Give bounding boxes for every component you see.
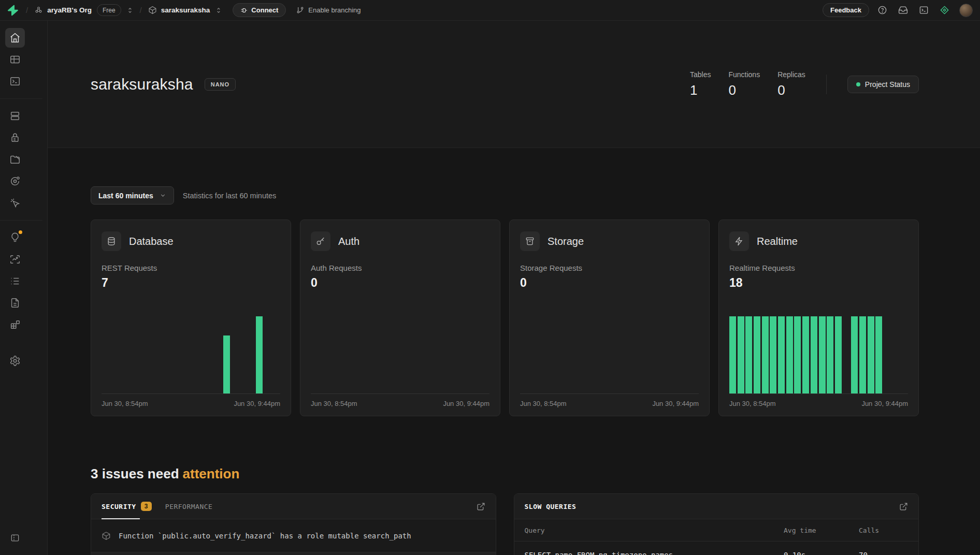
stat-label: Tables — [690, 70, 711, 79]
time-range-dropdown[interactable]: Last 60 minutes — [91, 186, 174, 205]
card-title: Auth — [338, 236, 359, 247]
stat-label: Functions — [728, 70, 760, 79]
sidebar-item-storage[interactable] — [5, 150, 25, 169]
server-stack-icon — [9, 110, 21, 122]
stat-label: Replicas — [777, 70, 805, 79]
sidebar-item-realtime[interactable] — [5, 193, 25, 213]
slow-query-row[interactable]: SELECT name FROM pg_timezone_names 0.10s… — [514, 542, 919, 555]
chart-start-time: Jun 30, 8:54pm — [311, 400, 357, 407]
breadcrumb-separator: / — [25, 6, 29, 14]
org-selector-chevrons-icon[interactable] — [126, 7, 134, 14]
project-status-label: Project Status — [865, 80, 910, 89]
chart-bar — [802, 316, 809, 393]
page-title: saraksuraksha — [91, 76, 193, 93]
chart-bar — [745, 316, 752, 393]
statistics-description: Statistics for last 60 minutes — [183, 192, 277, 200]
chart-bar — [851, 316, 858, 393]
sidebar-item-table-editor[interactable] — [5, 50, 25, 69]
storage-card[interactable]: Storage Storage Requests 0 Jun 30, 8:54p… — [509, 220, 710, 416]
card-title: Storage — [547, 236, 584, 247]
ai-assistant-icon[interactable] — [936, 3, 952, 18]
metric-label: Auth Requests — [311, 264, 489, 272]
stat-value: 0 — [777, 82, 805, 98]
project-name: saraksuraksha — [161, 6, 210, 14]
breadcrumb-project[interactable]: saraksuraksha — [148, 6, 210, 14]
compute-size-badge[interactable]: NANO — [205, 78, 236, 91]
sidebar-item-authentication[interactable] — [5, 128, 25, 148]
terminal-icon[interactable] — [916, 3, 931, 18]
help-icon[interactable] — [874, 3, 890, 18]
sidebar-item-logs[interactable] — [5, 271, 25, 291]
sidebar-item-home[interactable] — [5, 28, 25, 48]
chart-bar — [256, 316, 263, 393]
supabase-logo[interactable] — [7, 5, 19, 16]
project-status-button[interactable]: Project Status — [847, 76, 919, 93]
feedback-button[interactable]: Feedback — [823, 3, 869, 17]
security-issue-row[interactable]: Function `public.auto_verify_hazard` has… — [91, 519, 496, 552]
database-card[interactable]: Database REST Requests 7 Jun 30, 8:54pm … — [91, 220, 291, 416]
sidebar-item-api-docs[interactable] — [5, 293, 25, 313]
time-range-label: Last 60 minutes — [98, 192, 153, 200]
next-issue-row-partial[interactable] — [91, 552, 496, 555]
breadcrumb-separator: / — [139, 6, 143, 14]
column-header-calls: Calls — [859, 527, 908, 534]
chevron-down-icon — [160, 192, 166, 199]
gear-icon — [9, 355, 21, 367]
document-icon — [9, 297, 21, 309]
collapse-sidebar-icon — [10, 533, 20, 543]
sidebar-item-sql-editor[interactable] — [5, 71, 25, 91]
issues-heading-highlight: attention — [183, 466, 240, 481]
card-title: Realtime — [757, 236, 798, 247]
connect-button[interactable]: Connect — [233, 3, 286, 17]
chart-bar — [762, 316, 769, 393]
lock-icon — [9, 132, 21, 143]
chart-bar — [729, 316, 736, 393]
collapse-sidebar-button[interactable] — [5, 528, 25, 548]
chart-bar — [794, 316, 801, 393]
project-selector-chevrons-icon[interactable] — [215, 7, 222, 14]
stat-value: 1 — [690, 82, 711, 98]
sidebar-item-database[interactable] — [5, 106, 25, 126]
chart-bar — [819, 316, 826, 393]
table-icon — [9, 54, 21, 65]
chart-bar — [811, 316, 817, 393]
tab-performance-label: PERFORMANCE — [165, 503, 213, 510]
query-avg-time: 0.10s — [784, 551, 859, 555]
chart-end-time: Jun 30, 9:44pm — [861, 400, 908, 407]
realtime-card[interactable]: Realtime Realtime Requests 18 Jun 30, 8:… — [718, 220, 919, 416]
stat-tables[interactable]: Tables 1 — [690, 70, 711, 98]
security-issue-text: Function `public.auto_verify_hazard` has… — [119, 532, 411, 540]
chart-end-time: Jun 30, 9:44pm — [443, 400, 489, 407]
database-activity-chart — [102, 316, 280, 394]
sidebar-item-integrations[interactable] — [5, 315, 25, 334]
auth-card[interactable]: Auth Auth Requests 0 Jun 30, 8:54pm Jun … — [300, 220, 500, 416]
auth-activity-chart — [311, 316, 489, 394]
connect-plug-icon — [240, 7, 248, 14]
sidebar-item-edge-functions[interactable] — [5, 171, 25, 191]
sidebar-item-project-settings[interactable] — [5, 351, 25, 371]
enable-branching-button[interactable]: Enable branching — [296, 6, 361, 14]
sidebar-nav-rail — [0, 21, 48, 555]
chart-bar — [754, 316, 760, 393]
storage-activity-chart — [520, 316, 699, 394]
sidebar-item-advisors[interactable] — [5, 228, 25, 247]
vertical-divider — [826, 75, 827, 94]
external-link-icon[interactable] — [477, 502, 485, 511]
stat-replicas[interactable]: Replicas 0 — [777, 70, 805, 98]
tab-performance[interactable]: PERFORMANCE — [165, 494, 213, 519]
key-icon — [311, 231, 330, 251]
chart-report-icon — [9, 254, 21, 265]
card-title: Database — [129, 236, 174, 247]
metric-value: 0 — [311, 276, 489, 290]
external-link-icon[interactable] — [899, 502, 908, 511]
sidebar-item-reports[interactable] — [5, 250, 25, 269]
breadcrumb-organization[interactable]: aryaRB's Org — [34, 6, 92, 14]
chart-bar — [770, 316, 776, 393]
inbox-icon[interactable] — [895, 3, 911, 18]
metric-value: 18 — [729, 276, 908, 290]
stat-functions[interactable]: Functions 0 — [728, 70, 760, 98]
plan-badge[interactable]: Free — [97, 4, 121, 16]
package-icon — [102, 531, 111, 541]
user-avatar[interactable] — [959, 4, 973, 17]
tab-security[interactable]: SECURITY 3 — [102, 494, 152, 519]
